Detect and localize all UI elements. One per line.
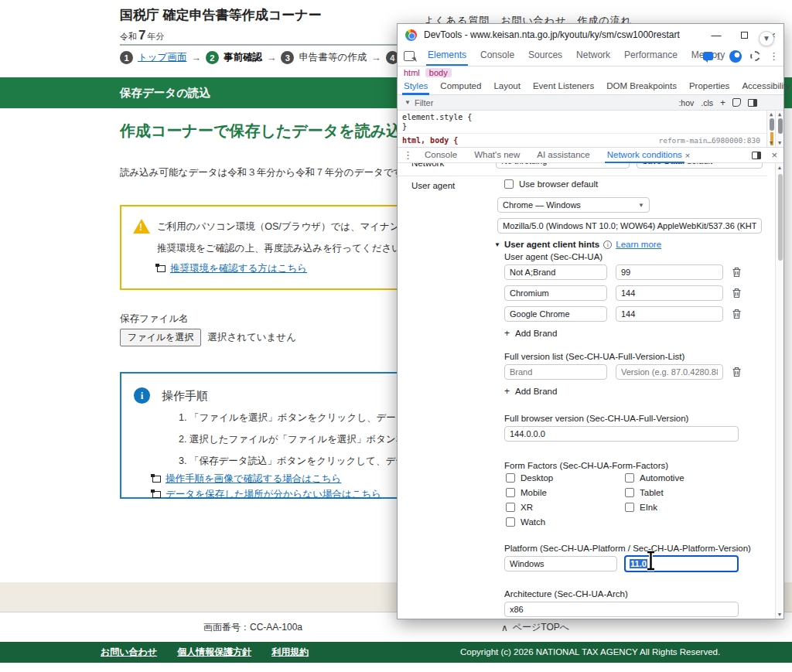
mobile-checkbox[interactable] bbox=[506, 488, 515, 497]
dock-panel-icon[interactable] bbox=[752, 152, 761, 159]
stylesheet-source-link[interactable]: reform-main…6980000:830 bbox=[658, 136, 760, 145]
tab-computed[interactable]: Computed bbox=[434, 78, 487, 95]
footer-link-terms[interactable]: 利用規約 bbox=[271, 646, 309, 659]
brand-name-input[interactable] bbox=[504, 264, 607, 280]
inspect-element-icon[interactable] bbox=[404, 51, 415, 61]
breadcrumb-top-link[interactable]: トップ画面 bbox=[138, 51, 186, 64]
brand-version-input[interactable] bbox=[616, 264, 723, 280]
ua-preset-select[interactable]: Chrome — Windows▼ bbox=[497, 197, 650, 213]
tab-network[interactable]: Network bbox=[569, 46, 617, 66]
learn-more-link[interactable]: Learn more bbox=[616, 240, 661, 249]
brand-name-input[interactable] bbox=[504, 364, 607, 380]
settings-gear-icon[interactable] bbox=[750, 51, 760, 61]
drawer-tab-network-conditions[interactable]: Network conditions bbox=[599, 147, 691, 163]
chrome-logo-icon bbox=[405, 29, 417, 41]
save-data-select[interactable]: Save-Data: default▼ bbox=[637, 163, 763, 169]
xr-label: XR bbox=[521, 503, 533, 512]
styles-filter-input[interactable]: Filter bbox=[415, 98, 433, 107]
maximize-button[interactable] bbox=[741, 32, 748, 39]
drawer-tab-whats-new[interactable]: What's new bbox=[466, 147, 528, 163]
element-style-rule[interactable]: element.style { bbox=[402, 113, 472, 121]
footer-link-privacy[interactable]: 個人情報保護方針 bbox=[177, 646, 251, 659]
footer-link-contact[interactable]: お問い合わせ bbox=[101, 646, 157, 659]
full-browser-version-input[interactable] bbox=[504, 426, 739, 442]
html-body-rule[interactable]: html, body { bbox=[402, 136, 458, 145]
styles-filter-bar: ▼ Filter :hov .cls + bbox=[398, 95, 783, 111]
delete-brand-icon[interactable] bbox=[732, 367, 742, 377]
form-factor-row[interactable]: XR bbox=[506, 503, 533, 512]
tab-elements[interactable]: Elements bbox=[421, 46, 473, 66]
toggle-hov[interactable]: :hov bbox=[678, 98, 694, 107]
tab-dom-breakpoints[interactable]: DOM Breakpoints bbox=[600, 78, 683, 95]
tab-styles[interactable]: Styles bbox=[398, 78, 434, 95]
brand-name-input[interactable] bbox=[504, 306, 607, 322]
choose-file-button[interactable]: ファイルを選択 bbox=[120, 329, 201, 346]
devtools-titlebar[interactable]: DevTools - www.keisan.nta.go.jp/kyoutu/k… bbox=[398, 24, 783, 46]
crumb-html[interactable]: html bbox=[404, 68, 420, 77]
issues-icon[interactable] bbox=[703, 52, 713, 60]
delete-brand-icon[interactable] bbox=[732, 267, 742, 278]
architecture-input[interactable] bbox=[504, 602, 739, 617]
use-browser-default-checkbox[interactable] bbox=[504, 179, 514, 189]
xr-checkbox[interactable] bbox=[506, 503, 515, 512]
form-factor-row[interactable]: Automotive bbox=[625, 473, 684, 483]
brand-name-input[interactable] bbox=[504, 285, 607, 301]
tab-accessibility[interactable]: Accessibility bbox=[736, 78, 792, 95]
desktop-checkbox[interactable] bbox=[506, 473, 515, 483]
add-brand-button[interactable]: +Add Brand bbox=[504, 328, 557, 339]
tab-event-listeners[interactable]: Event Listeners bbox=[527, 78, 600, 95]
drawer-scrollbar[interactable]: ▲ ▼ bbox=[775, 163, 783, 619]
delete-brand-icon[interactable] bbox=[732, 288, 742, 298]
minimize-button[interactable]: — bbox=[710, 29, 722, 41]
tab-console[interactable]: Console bbox=[473, 46, 521, 66]
chevron-up-icon: ∧ bbox=[501, 623, 508, 633]
automotive-checkbox[interactable] bbox=[625, 473, 634, 483]
platform-version-input[interactable]: 11.0 bbox=[624, 555, 739, 572]
network-label: Network bbox=[411, 163, 444, 168]
crumb-body[interactable]: body bbox=[425, 68, 452, 77]
recommended-env-link[interactable]: 推奨環境を確認する方はこちら bbox=[170, 262, 307, 275]
rendering-icon[interactable] bbox=[732, 98, 741, 107]
ua-preset-value: Chrome — Windows bbox=[503, 200, 581, 210]
toggle-cls[interactable]: .cls bbox=[701, 98, 713, 107]
platform-input[interactable] bbox=[504, 556, 617, 571]
use-browser-default-row[interactable]: Use browser default bbox=[504, 179, 598, 189]
drawer-close-icon[interactable]: × bbox=[771, 149, 777, 161]
saved-location-link[interactable]: データを保存した場所が分からない場合はこちら bbox=[166, 488, 381, 501]
sidebar-toggle-icon[interactable] bbox=[748, 99, 757, 107]
brand-version-input[interactable] bbox=[616, 306, 723, 322]
new-style-rule-icon[interactable]: + bbox=[720, 97, 725, 108]
form-factor-row[interactable]: EInk bbox=[625, 503, 657, 512]
info-icon: i bbox=[134, 387, 150, 404]
brand-version-input[interactable] bbox=[616, 285, 723, 301]
drawer-tab-ai-assistance[interactable]: AI assistance bbox=[528, 147, 598, 163]
page-top-link[interactable]: ∧ページTOPへ bbox=[501, 621, 569, 634]
tab-sources[interactable]: Sources bbox=[521, 46, 569, 66]
throttling-select[interactable]: No throttling▼ bbox=[496, 163, 630, 169]
tab-properties[interactable]: Properties bbox=[683, 78, 736, 95]
collapse-caret-icon[interactable]: ▼ bbox=[494, 241, 500, 248]
form-factor-row[interactable]: Desktop bbox=[506, 473, 553, 483]
form-factor-row[interactable]: Watch bbox=[506, 517, 545, 527]
form-factor-row[interactable]: Mobile bbox=[506, 488, 547, 497]
drawer-tab-console[interactable]: Console bbox=[416, 147, 466, 163]
tab-performance[interactable]: Performance bbox=[617, 46, 684, 66]
form-factor-row[interactable]: Tablet bbox=[625, 488, 664, 497]
add-brand-button[interactable]: +Add Brand bbox=[504, 386, 557, 397]
delete-brand-icon[interactable] bbox=[732, 309, 742, 319]
drawer-menu-icon[interactable]: ⋮ bbox=[403, 149, 413, 161]
eink-checkbox[interactable] bbox=[625, 503, 634, 512]
styles-scrollbar-outer[interactable]: ▲ ▼ bbox=[775, 111, 783, 147]
kebab-menu-icon[interactable]: ⋮ bbox=[769, 50, 779, 62]
instructions-image-link[interactable]: 操作手順を画像で確認する場合はこちら bbox=[166, 472, 341, 486]
styles-scrollbar-inner[interactable]: ▲ ▼ bbox=[766, 111, 775, 147]
scroll-down-button[interactable]: ▼ bbox=[759, 31, 774, 46]
watch-checkbox[interactable] bbox=[506, 517, 515, 527]
use-browser-default-label: Use browser default bbox=[519, 179, 598, 189]
tab-layout[interactable]: Layout bbox=[487, 78, 527, 95]
ua-string-input[interactable] bbox=[497, 218, 762, 234]
client-hints-caption[interactable]: ▼ User agent client hints i Learn more bbox=[494, 240, 661, 249]
tablet-checkbox[interactable] bbox=[625, 488, 634, 497]
brand-version-input[interactable] bbox=[616, 364, 723, 380]
ai-assistant-icon[interactable] bbox=[729, 50, 742, 63]
